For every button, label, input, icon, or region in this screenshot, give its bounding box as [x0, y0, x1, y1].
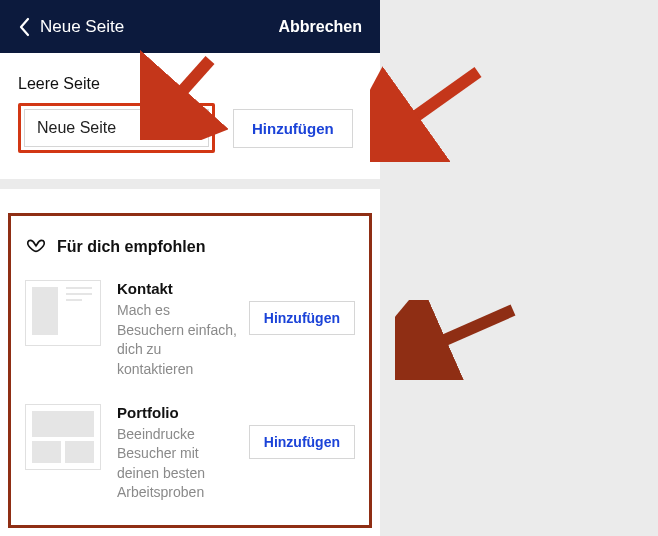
recommended-header: Für dich empfohlen [25, 234, 355, 260]
page-name-input[interactable] [24, 109, 209, 147]
page-name-highlight [18, 103, 215, 153]
recommended-title: Für dich empfohlen [57, 238, 205, 256]
recommended-item-portfolio: Portfolio Beeindrucke Besucher mit deine… [25, 404, 355, 503]
blank-page-section: Leere Seite Hinzufügen [0, 53, 380, 189]
pretzel-icon [25, 234, 47, 260]
add-blank-page-button[interactable]: Hinzufügen [233, 109, 353, 148]
header-left: Neue Seite [18, 17, 124, 37]
add-kontakt-button[interactable]: Hinzufügen [249, 301, 355, 335]
svg-line-3 [388, 72, 478, 136]
blank-page-label: Leere Seite [18, 75, 362, 93]
recommended-item-body: Portfolio Beeindrucke Besucher mit deine… [117, 404, 355, 503]
recommended-section: Für dich empfohlen Kontakt Mach es Besuc… [8, 213, 372, 528]
recommended-item-name: Kontakt [117, 280, 355, 297]
back-icon[interactable] [18, 17, 30, 37]
blank-input-row: Hinzufügen [18, 103, 362, 153]
recommended-item-name: Portfolio [117, 404, 355, 421]
portfolio-thumbnail [25, 404, 101, 470]
header-title: Neue Seite [40, 17, 124, 37]
new-page-panel: Neue Seite Abbrechen Leere Seite Hinzufü… [0, 0, 380, 536]
arrow-annotation-icon [395, 300, 525, 380]
cancel-button[interactable]: Abbrechen [278, 18, 362, 36]
panel-header: Neue Seite Abbrechen [0, 0, 380, 53]
recommended-item-desc: Mach es Besuchern einfach, dich zu konta… [117, 301, 239, 379]
kontakt-thumbnail [25, 280, 101, 346]
arrow-annotation-icon [370, 62, 490, 162]
recommended-item-kontakt: Kontakt Mach es Besuchern einfach, dich … [25, 280, 355, 379]
recommended-item-desc: Beeindrucke Besucher mit deinen besten A… [117, 425, 239, 503]
svg-line-5 [413, 310, 513, 354]
add-portfolio-button[interactable]: Hinzufügen [249, 425, 355, 459]
recommended-item-body: Kontakt Mach es Besuchern einfach, dich … [117, 280, 355, 379]
